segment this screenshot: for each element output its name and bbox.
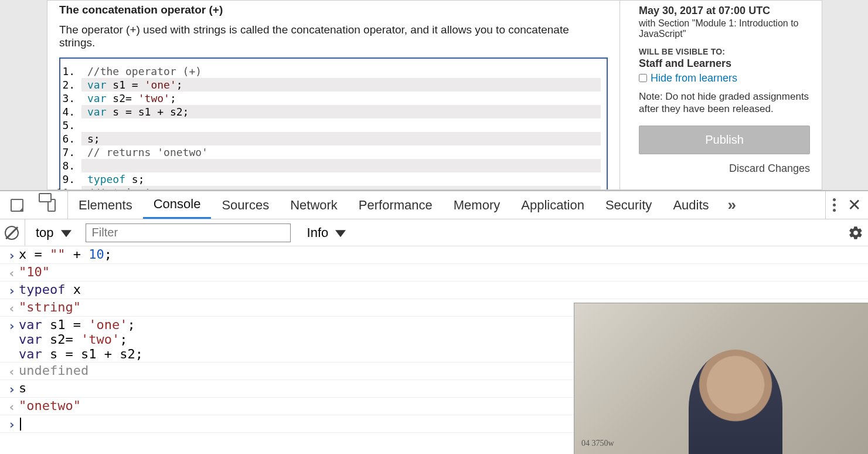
tab-security[interactable]: Security (595, 191, 662, 219)
visible-to-value: Staff and Learners (639, 57, 810, 70)
release-date: May 30, 2017 at 07:00 UTC (639, 5, 810, 17)
clear-console-icon[interactable] (5, 226, 19, 240)
output-caret-icon: ‹ (5, 265, 19, 280)
input-caret-icon: › (5, 416, 19, 432)
hide-note: Note: Do not hide graded assignments aft… (639, 90, 810, 116)
lesson-content: The concatenation operator (+) The opera… (47, 0, 620, 190)
tab-audits[interactable]: Audits (662, 191, 719, 219)
webcam-overlay: 04 3750w (574, 303, 868, 454)
console-toolbar: top Info (0, 219, 868, 246)
tab-elements[interactable]: Elements (68, 191, 143, 219)
log-level-selector[interactable]: Info (297, 219, 355, 246)
publish-sidebar: May 30, 2017 at 07:00 UTC with Section "… (620, 0, 822, 190)
tab-sources[interactable]: Sources (211, 191, 280, 219)
gear-icon[interactable] (848, 225, 863, 240)
visible-to-label: WILL BE VISIBLE TO: (639, 47, 810, 56)
inspect-element-icon[interactable] (0, 191, 34, 219)
hide-from-learners-checkbox[interactable] (639, 74, 647, 82)
console-result: ‹"10" (0, 264, 868, 282)
code-line: //the operator (+) (87, 65, 202, 77)
input-caret-icon: › (5, 381, 19, 397)
section-heading: The concatenation operator (+) (59, 4, 608, 16)
devtools-menu-icon[interactable] (833, 198, 836, 212)
tabs-overflow-icon[interactable]: » (720, 191, 744, 219)
filter-input[interactable] (86, 223, 291, 242)
whiteboard-text: 04 3750w (581, 439, 614, 448)
code-line: s; (87, 132, 601, 145)
release-subtitle: with Section "Module 1: Introduction to … (639, 18, 810, 40)
chevron-down-icon (335, 230, 346, 237)
tab-performance[interactable]: Performance (348, 191, 443, 219)
output-caret-icon: ‹ (5, 363, 19, 379)
context-selector[interactable]: top (25, 219, 80, 246)
close-icon[interactable]: ✕ (847, 195, 861, 215)
console-input: ›typeof x (0, 282, 868, 299)
section-paragraph: The operator (+) used with strings is ca… (59, 23, 608, 49)
input-caret-icon: › (5, 247, 19, 263)
tab-network[interactable]: Network (280, 191, 348, 219)
tab-memory[interactable]: Memory (443, 191, 510, 219)
code-line: // returns 'onetwo' (87, 146, 208, 158)
input-caret-icon: › (5, 282, 19, 298)
toggle-device-icon[interactable] (34, 191, 68, 219)
code-listing[interactable]: //the operator (+) var s1 = 'one'; var s… (59, 57, 608, 190)
devtools-tabbar: ElementsConsoleSourcesNetworkPerformance… (0, 191, 868, 219)
discard-changes-link[interactable]: Discard Changes (639, 162, 810, 175)
output-caret-icon: ‹ (5, 398, 19, 414)
console-input: ›x = "" + 10; (0, 246, 868, 264)
log-level-value: Info (307, 225, 329, 240)
tab-application[interactable]: Application (510, 191, 595, 219)
output-caret-icon: ‹ (5, 300, 19, 316)
tab-console[interactable]: Console (143, 191, 212, 219)
context-value: top (36, 225, 54, 240)
chevron-down-icon (61, 230, 72, 237)
input-caret-icon: › (5, 317, 19, 333)
hide-from-learners-link[interactable]: Hide from learners (651, 72, 737, 84)
publish-button[interactable]: Publish (639, 126, 810, 154)
